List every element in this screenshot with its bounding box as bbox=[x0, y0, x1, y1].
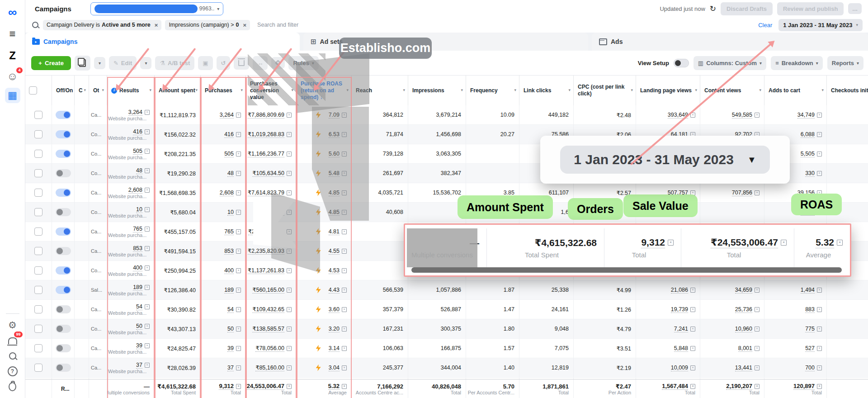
column-header-adds[interactable]: Adds to cart▾ bbox=[764, 76, 827, 105]
campaign-toggle[interactable] bbox=[56, 150, 71, 158]
campaign-toggle[interactable] bbox=[56, 305, 71, 313]
campaign-toggle[interactable] bbox=[56, 247, 71, 255]
row-checkbox[interactable] bbox=[34, 111, 42, 119]
campaign-toggle[interactable] bbox=[56, 130, 71, 138]
column-header-lpv[interactable]: Landing page views▾ bbox=[636, 76, 700, 105]
campaign-name[interactable]: Ca... bbox=[89, 105, 107, 124]
campaign-name[interactable]: Co... bbox=[89, 203, 107, 222]
campaign-name[interactable]: Co... bbox=[89, 125, 107, 144]
remove-filter-icon[interactable]: × bbox=[243, 22, 247, 28]
menu-icon[interactable]: ≡ bbox=[5, 26, 20, 42]
search-icon[interactable] bbox=[5, 348, 20, 364]
sort-caret-icon[interactable]: ▾ bbox=[631, 88, 633, 93]
column-header-cv[interactable]: Content views▾ bbox=[700, 76, 764, 105]
ads-manager-icon[interactable]: ▦ bbox=[5, 88, 20, 103]
sort-caret-icon[interactable]: ▾ bbox=[102, 88, 104, 93]
date-range-selector[interactable]: 1 Jan 2023 - 31 May 2023 ▾ bbox=[778, 19, 863, 31]
breakdown-button[interactable]: ≡Breakdown▾ bbox=[771, 56, 823, 70]
row-checkbox[interactable] bbox=[34, 247, 42, 255]
delete-button[interactable] bbox=[234, 57, 249, 70]
row-checkbox[interactable] bbox=[34, 208, 42, 216]
sort-caret-icon[interactable]: ▾ bbox=[695, 88, 697, 93]
sort-caret-icon[interactable]: ▾ bbox=[568, 88, 571, 93]
column-header-toggle[interactable]: Off/On bbox=[52, 76, 75, 105]
settings-gear-icon[interactable]: ⚙ bbox=[5, 317, 20, 333]
row-checkbox[interactable] bbox=[34, 305, 42, 313]
row-checkbox[interactable] bbox=[34, 150, 42, 158]
campaign-toggle[interactable] bbox=[56, 208, 71, 216]
row-checkbox[interactable] bbox=[34, 189, 42, 197]
messages-icon[interactable]: ☺ 4 bbox=[5, 69, 20, 84]
campaign-toggle[interactable] bbox=[56, 325, 71, 333]
row-checkbox[interactable] bbox=[34, 227, 42, 236]
row-checkbox[interactable] bbox=[34, 169, 42, 177]
campaign-name[interactable]: Sal... bbox=[89, 280, 107, 299]
row-checkbox[interactable] bbox=[34, 344, 42, 352]
sort-caret-icon[interactable]: ▾ bbox=[149, 88, 151, 93]
review-publish-button[interactable]: Review and publish bbox=[777, 2, 844, 15]
row-checkbox[interactable] bbox=[34, 130, 42, 138]
column-header-check[interactable] bbox=[25, 76, 52, 105]
campaign-name[interactable]: Ca... bbox=[89, 183, 107, 202]
filter-chip-delivery[interactable]: Campaign Delivery isActive and 5 more × bbox=[43, 20, 161, 30]
sort-caret-icon[interactable]: ▾ bbox=[241, 88, 243, 93]
notifications-bell-icon[interactable]: 99 bbox=[5, 333, 20, 348]
campaign-name[interactable]: Ca... bbox=[89, 222, 107, 241]
tab-ads[interactable]: Ads bbox=[592, 33, 868, 51]
view-setup-toggle[interactable] bbox=[674, 59, 689, 67]
column-header-frequency[interactable]: Frequency▾ bbox=[466, 76, 519, 105]
campaign-name[interactable]: Co... bbox=[89, 164, 107, 183]
sort-caret-icon[interactable]: ▾ bbox=[821, 88, 824, 93]
sort-caret-icon[interactable]: ▾ bbox=[84, 88, 86, 93]
remove-filter-icon[interactable]: × bbox=[155, 22, 158, 28]
campaign-name[interactable]: Co... bbox=[89, 144, 107, 163]
clear-filters-link[interactable]: Clear bbox=[758, 22, 772, 28]
campaign-toggle[interactable] bbox=[56, 169, 71, 177]
row-checkbox[interactable] bbox=[34, 286, 42, 294]
duplicate-caret-button[interactable]: ▾ bbox=[94, 57, 105, 69]
column-header-impressions[interactable]: Impressions▾ bbox=[408, 76, 466, 105]
campaign-toggle[interactable] bbox=[56, 344, 71, 352]
campaign-name[interactable]: Ca... bbox=[89, 242, 107, 261]
campaign-name[interactable]: Ca... bbox=[89, 300, 107, 319]
duplicate-button[interactable] bbox=[75, 56, 90, 71]
campaign-toggle[interactable] bbox=[56, 364, 71, 372]
campaign-toggle[interactable] bbox=[56, 189, 71, 197]
campaign-toggle[interactable] bbox=[56, 111, 71, 119]
column-header-c[interactable]: C▾ bbox=[75, 76, 89, 105]
campaign-toggle[interactable] bbox=[56, 266, 71, 275]
row-checkbox[interactable] bbox=[34, 266, 42, 275]
campaign-name[interactable]: Ca... bbox=[89, 339, 107, 358]
discard-drafts-button[interactable]: Discard Drafts bbox=[721, 2, 773, 15]
search-and-filter-input[interactable]: Search and filter bbox=[257, 22, 298, 28]
create-button[interactable]: + Create bbox=[31, 56, 71, 70]
sort-caret-icon[interactable]: ▾ bbox=[514, 88, 516, 93]
row-checkbox[interactable] bbox=[34, 325, 42, 333]
select-all-checkbox[interactable] bbox=[29, 86, 37, 95]
help-icon[interactable]: ? bbox=[5, 364, 20, 379]
column-header-checkout[interactable]: Checkouts initiated▾ bbox=[827, 76, 868, 105]
tab-campaigns[interactable]: ▸ Campaigns bbox=[25, 33, 300, 51]
campaign-name[interactable]: Co... bbox=[89, 319, 107, 338]
clipboard-button[interactable]: ▣ bbox=[198, 56, 212, 70]
edit-caret-button[interactable]: ▾ bbox=[140, 57, 151, 69]
column-header-ot[interactable]: Ot▾ bbox=[89, 76, 107, 105]
sort-caret-icon[interactable]: ▾ bbox=[759, 88, 761, 93]
sort-caret-icon[interactable]: ▾ bbox=[461, 88, 463, 93]
reports-button[interactable]: Reports▾ bbox=[827, 56, 863, 70]
sort-caret-icon[interactable]: ▾ bbox=[195, 88, 198, 93]
more-options-button[interactable]: ... bbox=[848, 3, 862, 14]
campaign-name[interactable]: Co... bbox=[89, 261, 107, 280]
campaign-name[interactable]: Ca... bbox=[89, 358, 107, 377]
column-header-link_clicks[interactable]: Link clicks▾ bbox=[519, 76, 574, 105]
bug-report-icon[interactable] bbox=[5, 379, 20, 394]
row-checkbox[interactable] bbox=[34, 364, 42, 372]
sort-caret-icon[interactable]: ▾ bbox=[403, 88, 405, 93]
column-header-cpc[interactable]: CPC (cost per link click)▾ bbox=[574, 76, 636, 105]
campaign-toggle[interactable] bbox=[56, 286, 71, 294]
campaign-toggle[interactable] bbox=[56, 227, 71, 236]
account-selector[interactable]: 9963.. ▾ bbox=[90, 2, 223, 15]
horizontal-scrollbar[interactable] bbox=[411, 267, 842, 273]
business-logo-icon[interactable]: Z bbox=[5, 48, 20, 63]
meta-logo-icon[interactable]: ∞ bbox=[5, 5, 20, 20]
